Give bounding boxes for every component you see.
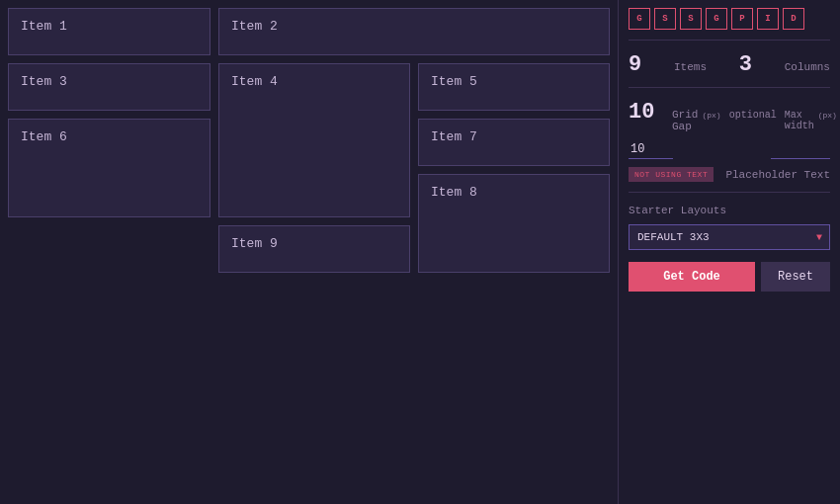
grid-item-8: Item 8 — [418, 174, 610, 273]
icon-d-btn[interactable]: D — [783, 8, 804, 30]
grid-gap-input[interactable] — [629, 140, 673, 159]
grid-item-9: Item 9 — [218, 225, 410, 273]
item-5-label: Item 5 — [431, 74, 477, 89]
item-1-label: Item 1 — [21, 19, 67, 34]
stats-row: 9 Items 3 Columns — [629, 52, 830, 77]
item-8-label: Item 8 — [431, 185, 477, 200]
grid-item-7: Item 7 — [418, 119, 610, 166]
items-label: Items — [674, 61, 707, 73]
reset-button[interactable]: Reset — [761, 262, 830, 292]
item-6-label: Item 6 — [21, 129, 67, 144]
item-7-label: Item 7 — [431, 129, 477, 144]
grid-gap-sup: (px) — [702, 111, 720, 120]
columns-label: Columns — [785, 61, 830, 73]
placeholder-text-label: Placeholder Text — [725, 169, 830, 181]
icon-g2-btn[interactable]: G — [706, 8, 727, 30]
divider-1 — [629, 40, 830, 41]
grid-gap-label: Grid Gap — [672, 109, 698, 132]
inputs-row — [629, 140, 830, 159]
preview-area: Item 1 Item 2 Item 3 Item 4 Item 5 Item … — [0, 0, 618, 504]
get-code-button[interactable]: Get Code — [629, 262, 755, 292]
icon-s1-btn[interactable]: S — [654, 8, 676, 30]
grid-container: Item 1 Item 2 Item 3 Item 4 Item 5 Item … — [8, 8, 610, 273]
item-2-label: Item 2 — [231, 19, 278, 34]
items-count: 9 — [629, 52, 641, 77]
grid-item-4: Item 4 — [218, 63, 410, 217]
icon-s2-btn[interactable]: S — [680, 8, 702, 30]
columns-count: 3 — [739, 52, 752, 77]
grid-gap-value: 10 — [629, 100, 654, 125]
grid-item-6: Item 6 — [8, 119, 210, 217]
starter-dropdown-wrapper: DEFAULT 3X3 2 COLUMN 4 COLUMN MASONRY ▼ — [629, 224, 830, 250]
grid-gap-row: 10 Grid Gap (px) optional Max width (px) — [629, 100, 830, 132]
grid-item-1: Item 1 — [8, 8, 210, 55]
icon-i-btn[interactable]: I — [757, 8, 779, 30]
divider-2 — [629, 87, 830, 88]
divider-3 — [629, 192, 830, 193]
starter-layouts-label: Starter Layouts — [629, 205, 830, 216]
grid-item-2: Item 2 — [218, 8, 610, 55]
max-width-input[interactable] — [771, 140, 830, 159]
grid-item-5: Item 5 — [418, 63, 610, 111]
item-4-label: Item 4 — [231, 74, 278, 89]
max-width-label: Max width — [785, 110, 814, 131]
icon-g-btn[interactable]: G — [629, 8, 650, 30]
starter-layouts-dropdown[interactable]: DEFAULT 3X3 2 COLUMN 4 COLUMN MASONRY — [629, 224, 830, 250]
grid-item-3: Item 3 — [8, 63, 210, 111]
max-width-sup: (px) — [818, 111, 837, 120]
optional-label: optional — [729, 110, 777, 121]
item-9-label: Item 9 — [231, 236, 278, 251]
not-using-text-btn[interactable]: NOT USING TEXT — [629, 167, 714, 182]
text-toggle-row: NOT USING TEXT Placeholder Text — [629, 167, 830, 182]
action-buttons: Get Code Reset — [629, 262, 830, 292]
right-panel: G S S G P I D 9 Items 3 Columns 10 Grid … — [618, 0, 840, 504]
item-3-label: Item 3 — [21, 74, 67, 89]
icon-row: G S S G P I D — [629, 8, 830, 30]
icon-p-btn[interactable]: P — [731, 8, 753, 30]
